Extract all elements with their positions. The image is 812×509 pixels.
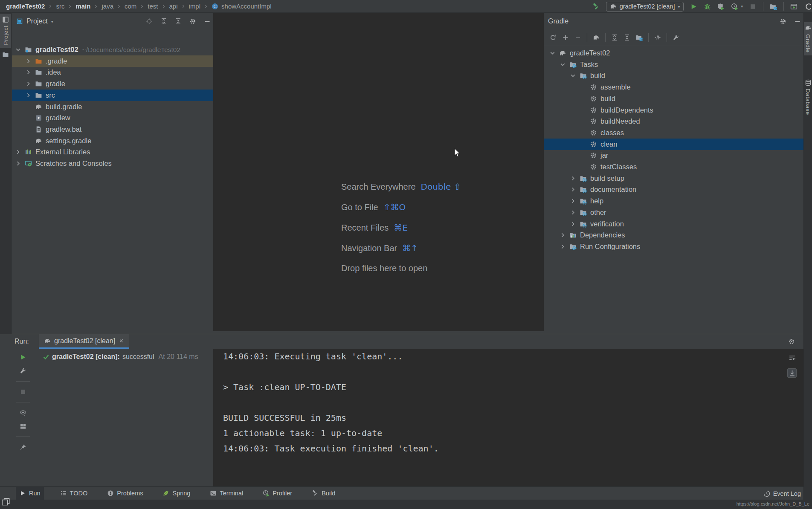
chevron-right-icon[interactable] <box>569 186 577 193</box>
chevron-down-icon[interactable] <box>569 72 577 79</box>
folder-tab-icon[interactable] <box>2 51 9 58</box>
settings-icon[interactable] <box>788 338 795 345</box>
run-with-coverage-button-icon[interactable] <box>717 3 725 10</box>
project-item-gradletest02[interactable]: gradleTest02~/Documents/codes/gradleTest… <box>12 44 213 55</box>
gradle-task-testclasses[interactable]: testClasses <box>544 161 803 173</box>
gradle-task-build[interactable]: build <box>544 93 803 104</box>
gradle-task-build[interactable]: build <box>544 70 803 81</box>
windows-stack-icon[interactable] <box>1 497 11 506</box>
breadcrumb-item-src[interactable]: src <box>56 3 64 10</box>
pin-icon[interactable] <box>20 444 26 451</box>
project-item-scratches-and-consoles[interactable]: Scratches and Consoles <box>12 158 213 169</box>
gradle-task-jar[interactable]: jar <box>544 150 803 161</box>
profiler-button-icon[interactable] <box>731 3 738 10</box>
restore-layout-icon[interactable] <box>20 423 26 430</box>
gradle-task-run-configurations[interactable]: Run Configurations <box>544 241 803 252</box>
project-item-gradlew[interactable]: gradlew <box>12 112 213 124</box>
gradle-task-dependencies[interactable]: Dependencies <box>544 229 803 241</box>
gradle-task-build-setup[interactable]: build setup <box>544 173 803 184</box>
build-settings-icon[interactable] <box>20 367 26 374</box>
event-log-button[interactable]: Event Log <box>763 487 801 500</box>
project-structure-icon[interactable] <box>770 3 777 10</box>
refresh-icon[interactable] <box>550 34 557 41</box>
run-button-icon[interactable] <box>690 3 697 10</box>
breadcrumb-item-main[interactable]: main <box>75 3 90 10</box>
hide-icon[interactable] <box>794 18 801 25</box>
project-item-build-gradle[interactable]: build.gradle <box>12 101 213 113</box>
breadcrumb-item-api[interactable]: api <box>169 3 178 10</box>
run-status-row[interactable]: gradleTest02 [clean]: successful At 20 1… <box>34 351 213 362</box>
breadcrumb-item-java[interactable]: java <box>102 3 113 10</box>
breadcrumb-item-impl[interactable]: impl <box>189 3 201 10</box>
settings-icon[interactable] <box>189 18 196 25</box>
collapse-all-icon[interactable] <box>175 18 182 25</box>
chevron-right-icon[interactable] <box>25 58 32 65</box>
show-options-icon[interactable] <box>20 409 26 416</box>
stripe-tab-database[interactable]: Database <box>804 77 812 118</box>
project-item--idea[interactable]: .idea <box>12 67 213 78</box>
stripe-tab-project[interactable]: Project <box>0 14 11 48</box>
project-item-gradlew-bat[interactable]: gradlew.bat <box>12 124 213 135</box>
gradle-task-help[interactable]: help <box>544 195 803 207</box>
chevron-right-icon[interactable] <box>569 175 577 182</box>
search-icon[interactable] <box>804 3 811 10</box>
project-item-external-libraries[interactable]: External Libraries <box>12 146 213 158</box>
gradle-task-builddependents[interactable]: buildDependents <box>544 104 803 116</box>
statusbar-run-button[interactable]: Run <box>16 487 44 500</box>
chevron-down-icon[interactable] <box>559 61 566 68</box>
chevron-right-icon[interactable] <box>14 148 22 156</box>
breadcrumb-item-test[interactable]: test <box>148 3 158 10</box>
statusbar-spring-button[interactable]: Spring <box>159 487 194 500</box>
breadcrumb-item-gradletest02[interactable]: gradleTest02 <box>6 3 45 10</box>
soft-wrap-icon[interactable] <box>787 353 797 362</box>
chevron-down-icon[interactable]: ▾ <box>741 4 743 9</box>
gradle-elephant-icon[interactable] <box>593 34 600 41</box>
collapse-all-icon[interactable] <box>624 34 630 41</box>
close-icon[interactable] <box>119 338 124 344</box>
chevron-down-icon[interactable] <box>14 46 22 53</box>
project-item-gradle[interactable]: gradle <box>12 78 213 90</box>
run-tab-gradletest02-clean[interactable]: gradleTest02 [clean] <box>39 334 129 349</box>
chevron-right-icon[interactable] <box>25 80 32 87</box>
gradle-task-documentation[interactable]: documentation <box>544 184 803 195</box>
statusbar-build-button[interactable]: Build <box>308 487 339 500</box>
chevron-right-icon[interactable] <box>559 231 566 239</box>
debug-button-icon[interactable] <box>704 3 711 10</box>
statusbar-terminal-button[interactable]: Terminal <box>206 487 246 500</box>
locate-icon[interactable] <box>146 18 153 25</box>
statusbar-todo-button[interactable]: TODO <box>57 487 91 500</box>
rerun-icon[interactable] <box>20 354 26 361</box>
scroll-to-end-icon[interactable] <box>787 368 797 378</box>
settings-icon[interactable] <box>780 18 786 25</box>
group-tasks-icon[interactable] <box>636 34 643 41</box>
hide-icon[interactable] <box>204 18 211 25</box>
chevron-right-icon[interactable] <box>25 92 32 99</box>
gradle-task-buildneeded[interactable]: buildNeeded <box>544 116 803 127</box>
breadcrumb-item-showaccountimpl[interactable]: showAccountImpl <box>221 3 272 10</box>
project-item-settings-gradle[interactable]: settings.gradle <box>12 135 213 147</box>
gradle-task-other[interactable]: other <box>544 207 803 218</box>
chevron-right-icon[interactable] <box>569 220 577 228</box>
build-hammer-icon[interactable] <box>592 3 600 10</box>
run-tool-window-icon[interactable] <box>790 3 798 10</box>
chevron-right-icon[interactable] <box>14 160 22 167</box>
add-icon[interactable] <box>562 34 569 41</box>
gradle-task-verification[interactable]: verification <box>544 218 803 230</box>
stop-icon[interactable] <box>20 388 26 395</box>
gradle-task-clean[interactable]: clean <box>544 139 803 150</box>
gradle-settings-icon[interactable] <box>673 34 679 41</box>
run-configuration-select[interactable]: gradleTest02 [clean]▾ <box>606 2 684 12</box>
project-item-src[interactable]: src <box>12 90 213 101</box>
gradle-task-gradletest02[interactable]: gradleTest02 <box>544 47 803 59</box>
gradle-task-classes[interactable]: classes <box>544 127 803 139</box>
chevron-right-icon[interactable] <box>559 243 566 250</box>
stripe-tab-gradle[interactable]: Gradle <box>804 22 812 55</box>
chevron-down-icon[interactable]: ▾ <box>51 19 53 24</box>
statusbar-problems-button[interactable]: Problems <box>104 487 146 500</box>
gradle-task-assemble[interactable]: assemble <box>544 81 803 93</box>
gradle-task-tasks[interactable]: Tasks <box>544 59 803 70</box>
chevron-down-icon[interactable] <box>549 49 556 57</box>
chevron-right-icon[interactable] <box>25 69 32 76</box>
expand-all-icon[interactable] <box>611 34 618 41</box>
remove-icon[interactable] <box>574 34 581 41</box>
